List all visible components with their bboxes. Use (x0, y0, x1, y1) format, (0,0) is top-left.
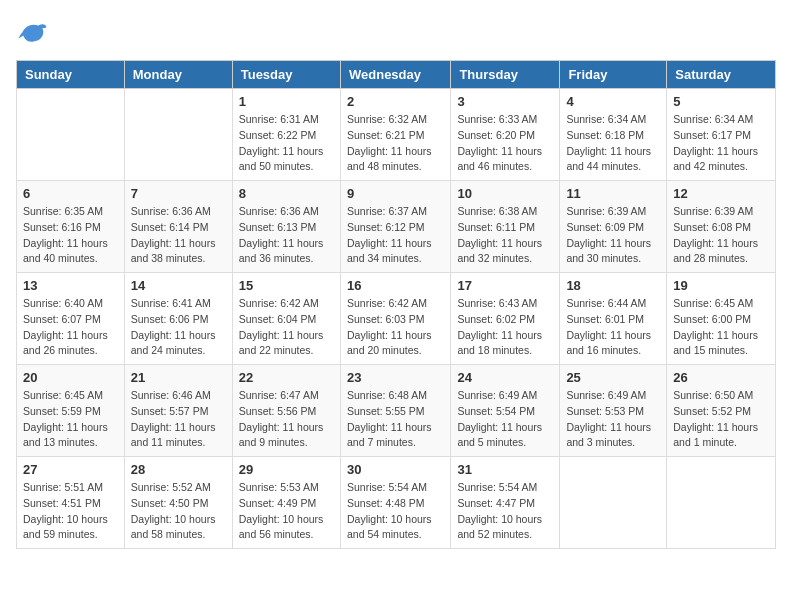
calendar-cell (560, 457, 667, 549)
calendar-cell: 6Sunrise: 6:35 AMSunset: 6:16 PMDaylight… (17, 181, 125, 273)
calendar-cell: 16Sunrise: 6:42 AMSunset: 6:03 PMDayligh… (340, 273, 450, 365)
day-info: Sunrise: 6:35 AMSunset: 6:16 PMDaylight:… (23, 204, 118, 267)
calendar-cell: 3Sunrise: 6:33 AMSunset: 6:20 PMDaylight… (451, 89, 560, 181)
calendar-cell: 24Sunrise: 6:49 AMSunset: 5:54 PMDayligh… (451, 365, 560, 457)
day-number: 5 (673, 94, 769, 109)
calendar-cell: 31Sunrise: 5:54 AMSunset: 4:47 PMDayligh… (451, 457, 560, 549)
calendar-cell: 7Sunrise: 6:36 AMSunset: 6:14 PMDaylight… (124, 181, 232, 273)
weekday-header: Sunday (17, 61, 125, 89)
calendar-cell: 29Sunrise: 5:53 AMSunset: 4:49 PMDayligh… (232, 457, 340, 549)
calendar-cell: 28Sunrise: 5:52 AMSunset: 4:50 PMDayligh… (124, 457, 232, 549)
day-info: Sunrise: 5:54 AMSunset: 4:47 PMDaylight:… (457, 480, 553, 543)
day-info: Sunrise: 6:46 AMSunset: 5:57 PMDaylight:… (131, 388, 226, 451)
day-info: Sunrise: 6:40 AMSunset: 6:07 PMDaylight:… (23, 296, 118, 359)
day-info: Sunrise: 6:36 AMSunset: 6:14 PMDaylight:… (131, 204, 226, 267)
day-number: 31 (457, 462, 553, 477)
calendar-cell: 18Sunrise: 6:44 AMSunset: 6:01 PMDayligh… (560, 273, 667, 365)
day-info: Sunrise: 6:42 AMSunset: 6:04 PMDaylight:… (239, 296, 334, 359)
weekday-header: Monday (124, 61, 232, 89)
day-number: 14 (131, 278, 226, 293)
day-number: 12 (673, 186, 769, 201)
weekday-header: Friday (560, 61, 667, 89)
calendar-week-row: 20Sunrise: 6:45 AMSunset: 5:59 PMDayligh… (17, 365, 776, 457)
calendar-cell (124, 89, 232, 181)
calendar-cell (17, 89, 125, 181)
day-info: Sunrise: 6:34 AMSunset: 6:17 PMDaylight:… (673, 112, 769, 175)
calendar-cell: 17Sunrise: 6:43 AMSunset: 6:02 PMDayligh… (451, 273, 560, 365)
day-info: Sunrise: 6:31 AMSunset: 6:22 PMDaylight:… (239, 112, 334, 175)
calendar-cell: 2Sunrise: 6:32 AMSunset: 6:21 PMDaylight… (340, 89, 450, 181)
day-number: 23 (347, 370, 444, 385)
day-info: Sunrise: 6:32 AMSunset: 6:21 PMDaylight:… (347, 112, 444, 175)
day-number: 13 (23, 278, 118, 293)
day-number: 8 (239, 186, 334, 201)
logo-icon (16, 16, 48, 48)
day-number: 10 (457, 186, 553, 201)
calendar-cell: 4Sunrise: 6:34 AMSunset: 6:18 PMDaylight… (560, 89, 667, 181)
calendar-cell: 19Sunrise: 6:45 AMSunset: 6:00 PMDayligh… (667, 273, 776, 365)
calendar-cell (667, 457, 776, 549)
calendar-cell: 20Sunrise: 6:45 AMSunset: 5:59 PMDayligh… (17, 365, 125, 457)
day-number: 30 (347, 462, 444, 477)
day-info: Sunrise: 5:52 AMSunset: 4:50 PMDaylight:… (131, 480, 226, 543)
day-info: Sunrise: 6:36 AMSunset: 6:13 PMDaylight:… (239, 204, 334, 267)
day-info: Sunrise: 6:33 AMSunset: 6:20 PMDaylight:… (457, 112, 553, 175)
page-header (16, 16, 776, 48)
logo (16, 16, 52, 48)
calendar-week-row: 13Sunrise: 6:40 AMSunset: 6:07 PMDayligh… (17, 273, 776, 365)
day-number: 27 (23, 462, 118, 477)
day-number: 2 (347, 94, 444, 109)
weekday-header: Wednesday (340, 61, 450, 89)
day-info: Sunrise: 6:41 AMSunset: 6:06 PMDaylight:… (131, 296, 226, 359)
calendar-cell: 8Sunrise: 6:36 AMSunset: 6:13 PMDaylight… (232, 181, 340, 273)
day-number: 11 (566, 186, 660, 201)
calendar-cell: 12Sunrise: 6:39 AMSunset: 6:08 PMDayligh… (667, 181, 776, 273)
day-number: 18 (566, 278, 660, 293)
calendar-cell: 10Sunrise: 6:38 AMSunset: 6:11 PMDayligh… (451, 181, 560, 273)
calendar-cell: 27Sunrise: 5:51 AMSunset: 4:51 PMDayligh… (17, 457, 125, 549)
calendar-week-row: 1Sunrise: 6:31 AMSunset: 6:22 PMDaylight… (17, 89, 776, 181)
day-info: Sunrise: 6:42 AMSunset: 6:03 PMDaylight:… (347, 296, 444, 359)
day-number: 29 (239, 462, 334, 477)
day-number: 17 (457, 278, 553, 293)
day-info: Sunrise: 5:54 AMSunset: 4:48 PMDaylight:… (347, 480, 444, 543)
day-number: 19 (673, 278, 769, 293)
day-info: Sunrise: 6:48 AMSunset: 5:55 PMDaylight:… (347, 388, 444, 451)
day-number: 24 (457, 370, 553, 385)
day-info: Sunrise: 6:50 AMSunset: 5:52 PMDaylight:… (673, 388, 769, 451)
calendar-cell: 11Sunrise: 6:39 AMSunset: 6:09 PMDayligh… (560, 181, 667, 273)
day-number: 6 (23, 186, 118, 201)
day-number: 9 (347, 186, 444, 201)
day-number: 7 (131, 186, 226, 201)
calendar-cell: 15Sunrise: 6:42 AMSunset: 6:04 PMDayligh… (232, 273, 340, 365)
day-number: 3 (457, 94, 553, 109)
day-number: 28 (131, 462, 226, 477)
calendar-cell: 25Sunrise: 6:49 AMSunset: 5:53 PMDayligh… (560, 365, 667, 457)
calendar-week-row: 27Sunrise: 5:51 AMSunset: 4:51 PMDayligh… (17, 457, 776, 549)
day-number: 4 (566, 94, 660, 109)
calendar-cell: 26Sunrise: 6:50 AMSunset: 5:52 PMDayligh… (667, 365, 776, 457)
day-info: Sunrise: 6:47 AMSunset: 5:56 PMDaylight:… (239, 388, 334, 451)
day-info: Sunrise: 6:37 AMSunset: 6:12 PMDaylight:… (347, 204, 444, 267)
calendar-cell: 1Sunrise: 6:31 AMSunset: 6:22 PMDaylight… (232, 89, 340, 181)
calendar-table: SundayMondayTuesdayWednesdayThursdayFrid… (16, 60, 776, 549)
day-info: Sunrise: 6:45 AMSunset: 6:00 PMDaylight:… (673, 296, 769, 359)
day-info: Sunrise: 6:45 AMSunset: 5:59 PMDaylight:… (23, 388, 118, 451)
day-info: Sunrise: 6:34 AMSunset: 6:18 PMDaylight:… (566, 112, 660, 175)
day-number: 26 (673, 370, 769, 385)
day-number: 15 (239, 278, 334, 293)
day-info: Sunrise: 6:39 AMSunset: 6:09 PMDaylight:… (566, 204, 660, 267)
day-number: 1 (239, 94, 334, 109)
day-number: 16 (347, 278, 444, 293)
calendar-cell: 30Sunrise: 5:54 AMSunset: 4:48 PMDayligh… (340, 457, 450, 549)
day-info: Sunrise: 6:38 AMSunset: 6:11 PMDaylight:… (457, 204, 553, 267)
day-number: 25 (566, 370, 660, 385)
day-number: 20 (23, 370, 118, 385)
calendar-cell: 13Sunrise: 6:40 AMSunset: 6:07 PMDayligh… (17, 273, 125, 365)
day-info: Sunrise: 6:49 AMSunset: 5:53 PMDaylight:… (566, 388, 660, 451)
day-info: Sunrise: 5:51 AMSunset: 4:51 PMDaylight:… (23, 480, 118, 543)
calendar-cell: 14Sunrise: 6:41 AMSunset: 6:06 PMDayligh… (124, 273, 232, 365)
weekday-header: Thursday (451, 61, 560, 89)
day-info: Sunrise: 6:44 AMSunset: 6:01 PMDaylight:… (566, 296, 660, 359)
day-info: Sunrise: 6:39 AMSunset: 6:08 PMDaylight:… (673, 204, 769, 267)
